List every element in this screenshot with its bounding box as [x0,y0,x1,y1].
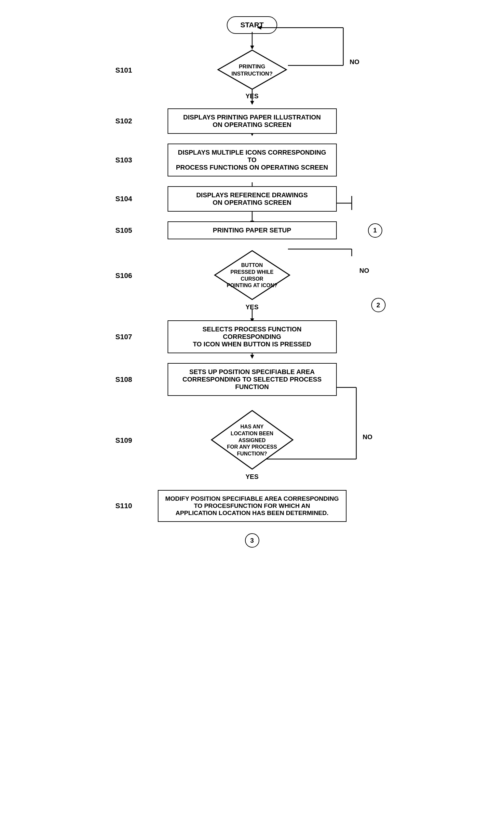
s110-label: S110 [115,502,132,510]
circle-2: 2 [371,298,385,312]
s101-decision: PRINTINGINSTRUCTION? [216,49,288,92]
s108-row: S108 SETS UP POSITION SPECIFIABLE AREACO… [106,363,399,396]
s106-no-label: NO [360,267,369,275]
s107-row: S107 SELECTS PROCESS FUNCTION CORRESPOND… [106,320,399,353]
s110-box: MODIFY POSITION SPECIFIABLE AREA CORRESP… [158,490,346,522]
flowchart: START S101 PRINTINGINSTRUCTION? NO [106,10,399,561]
s106-yes-label: YES [245,303,258,311]
s108-box: SETS UP POSITION SPECIFIABLE AREACORRESP… [167,363,337,396]
s105-row: S105 PRINTING PAPER SETUP 1 [106,221,399,239]
s102-row: S102 DISPLAYS PRINTING PAPER ILLUSTRATIO… [106,108,399,134]
circle-3: 3 [245,533,259,547]
s103-row: S103 DISPLAYS MULTIPLE ICONS CORRESPONDI… [106,143,399,176]
s103-label: S103 [115,156,132,164]
s102-box: DISPLAYS PRINTING PAPER ILLUSTRATIONON O… [167,108,337,134]
s105-label: S105 [115,226,132,235]
s103-box: DISPLAYS MULTIPLE ICONS CORRESPONDING TO… [167,143,337,176]
circle-3-row: 3 [106,533,399,547]
s108-label: S108 [115,376,132,384]
s106-decision-text: BUTTONPRESSED WHILE CURSORPOINTING AT IC… [224,262,280,289]
s104-row: S104 DISPLAYS REFERENCE DRAWINGSON OPERA… [106,186,399,212]
s106-label: S106 [115,272,132,280]
s109-decision-text: HAS ANYLOCATION BEEN ASSIGNEDFOR ANY PRO… [223,423,282,457]
s109-no-label: NO [363,433,373,441]
s101-label: S101 [115,66,132,74]
s105-box: PRINTING PAPER SETUP [167,221,337,239]
s106-row: S106 BUTTONPRESSED WHILE CURSORPOINTING … [106,249,399,302]
start-terminal: START [106,10,399,34]
s109-yes-label: YES [245,473,258,481]
circle-1: 1 [368,223,382,238]
s101-yes-label: YES [245,92,258,100]
s106-decision: BUTTONPRESSED WHILE CURSORPOINTING AT IC… [213,249,291,302]
flowchart-wrapper: START S101 PRINTINGINSTRUCTION? NO [0,0,504,838]
s104-box: DISPLAYS REFERENCE DRAWINGSON OPERATING … [167,186,337,212]
start-label: START [240,21,264,29]
s101-row: S101 PRINTINGINSTRUCTION? NO YES [106,49,399,92]
s109-row: S109 HAS ANYLOCATION BEEN ASSIGNEDFOR AN… [106,409,399,472]
s109-label: S109 [115,436,132,445]
s102-label: S102 [115,117,132,125]
s101-decision-text: PRINTINGINSTRUCTION? [226,63,278,77]
s109-decision: HAS ANYLOCATION BEEN ASSIGNEDFOR ANY PRO… [210,409,294,472]
s104-label: S104 [115,195,132,203]
s107-label: S107 [115,333,132,341]
s101-no-label: NO [350,58,360,66]
s107-box: SELECTS PROCESS FUNCTION CORRESPONDINGTO… [167,320,337,353]
s110-row: S110 MODIFY POSITION SPECIFIABLE AREA CO… [106,490,399,522]
